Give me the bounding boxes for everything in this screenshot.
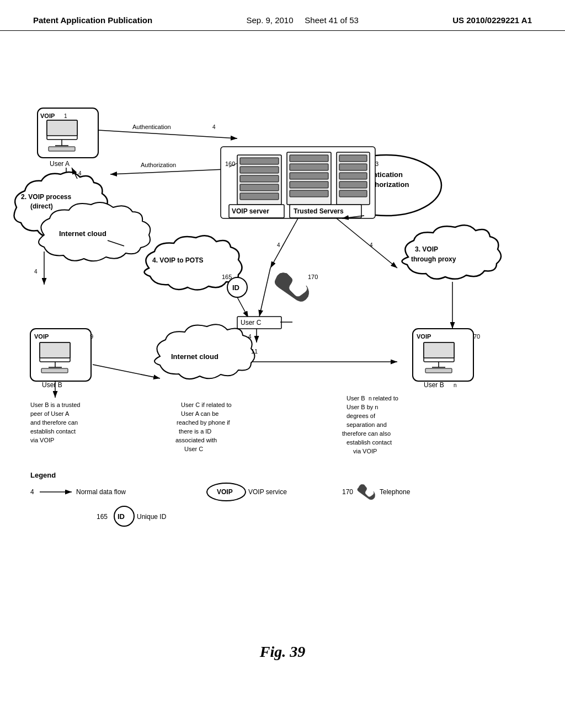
svg-text:associated with: associated with [175,437,217,443]
diagram-area: VOIP 1 User A Authentication 4 Authoriza… [0,36,565,643]
svg-text:ID: ID [232,283,239,292]
svg-line-12 [110,169,237,174]
svg-text:4: 4 [277,242,280,248]
svg-text:(direct): (direct) [30,202,53,210]
svg-rect-4 [47,120,77,136]
svg-text:Normal data flow: Normal data flow [76,488,126,496]
svg-text:Telephone: Telephone [380,488,411,496]
svg-text:through proxy: through proxy [411,255,456,263]
svg-text:1: 1 [64,113,67,119]
svg-rect-37 [339,155,367,162]
svg-line-71 [259,268,270,317]
date-label: Sep. 9, 2010 [246,15,293,25]
svg-text:Legend: Legend [30,471,56,479]
svg-text:4: 4 [370,242,373,248]
svg-text:Internet cloud: Internet cloud [171,352,218,361]
svg-rect-78 [40,342,70,358]
svg-text:VOIP: VOIP [217,488,233,496]
svg-rect-32 [290,164,328,170]
svg-rect-7 [49,147,75,151]
svg-rect-27 [240,175,279,182]
svg-text:User B is a trusted: User B is a trusted [30,402,80,408]
svg-text:Unique ID: Unique ID [137,513,167,521]
svg-text:ID: ID [118,512,125,521]
svg-text:170: 170 [342,488,353,496]
svg-text:4: 4 [78,170,82,176]
sheet-label: Sheet 41 of 53 [305,15,359,25]
svg-text:4: 4 [212,124,216,130]
svg-line-84 [93,365,160,378]
svg-text:70: 70 [473,333,480,340]
svg-text:165: 165 [222,274,232,280]
svg-text:User B by n: User B by n [347,404,378,410]
svg-text:therefore can  also: therefore can also [342,430,391,437]
svg-rect-31 [290,155,328,162]
svg-text:3: 3 [375,160,379,167]
svg-text:User C: User C [184,446,203,452]
svg-text:degrees of: degrees of [347,413,376,419]
svg-text:Authorization: Authorization [141,162,176,168]
svg-rect-28 [240,184,279,191]
svg-text:2. VOIP process: 2. VOIP process [21,193,71,201]
svg-text:User B: User B [347,395,365,402]
svg-text:via VOIP: via VOIP [30,437,54,443]
svg-text:reached by phone if: reached by phone if [177,419,231,426]
svg-rect-38 [339,164,367,170]
diagram-svg: VOIP 1 User A Authentication 4 Authoriza… [0,36,565,643]
svg-text:peer of User A: peer of User A [30,410,70,417]
svg-text:and therefore can: and therefore can [30,419,78,426]
svg-text:VOIP: VOIP [417,333,431,340]
svg-text:VOIP: VOIP [40,113,55,119]
svg-text:11: 11 [251,348,258,355]
svg-rect-40 [339,181,367,188]
svg-text:9: 9 [90,333,93,340]
svg-text:VOIP: VOIP [34,333,49,340]
svg-text:170: 170 [308,274,318,280]
svg-text:4: 4 [30,488,34,496]
page: Patent Application Publication Sep. 9, 2… [0,0,565,728]
date-sheet-label: Sep. 9, 2010 Sheet 41 of 53 [246,15,359,25]
patent-number-label: US 2010/0229221 A1 [452,15,532,25]
svg-line-9 [98,130,237,138]
page-header: Patent Application Publication Sep. 9, 2… [0,0,565,31]
svg-line-57 [337,218,397,268]
svg-text:3. VOIP: 3. VOIP [415,245,438,253]
svg-text:User A can be: User A can be [181,410,219,417]
svg-rect-39 [339,173,367,179]
svg-text:User C: User C [241,319,262,326]
svg-line-65 [237,297,248,318]
svg-text:there is a ID: there is a ID [179,428,211,435]
svg-text:User B: User B [42,381,62,389]
figure-label: Fig. 39 [0,643,565,672]
svg-text:VOIP server: VOIP server [232,207,269,215]
svg-rect-92 [424,342,454,358]
svg-text:Internet cloud: Internet cloud [59,229,106,238]
svg-text:establish contact: establish contact [347,439,392,446]
svg-text:160: 160 [225,160,235,167]
svg-rect-33 [290,173,328,179]
svg-rect-29 [240,193,279,200]
svg-text:establish contact: establish contact [30,428,76,435]
svg-text:4: 4 [34,269,38,275]
svg-text:via VOIP: via VOIP [353,448,377,454]
svg-text:User C if related to: User C if related to [181,402,232,408]
svg-text:User A: User A [50,160,70,168]
svg-text:n: n [454,382,457,388]
svg-text:n: n [369,395,372,402]
svg-text:4. VOIP to POTS: 4. VOIP to POTS [152,256,203,264]
svg-rect-81 [41,368,68,373]
svg-rect-95 [425,368,452,373]
svg-text:Authentication: Authentication [132,124,171,130]
svg-text:related to: related to [373,395,398,402]
svg-line-55 [270,218,298,268]
svg-text:Trusted Servers: Trusted Servers [294,207,344,215]
publication-label: Patent Application Publication [33,15,152,25]
svg-rect-26 [240,167,279,173]
svg-text:User B: User B [424,381,444,389]
svg-rect-41 [339,190,367,197]
svg-text:VOIP service: VOIP service [248,488,287,496]
svg-rect-34 [290,181,328,188]
svg-rect-35 [290,190,328,197]
svg-rect-25 [240,158,279,164]
svg-text:separation and: separation and [347,421,387,428]
